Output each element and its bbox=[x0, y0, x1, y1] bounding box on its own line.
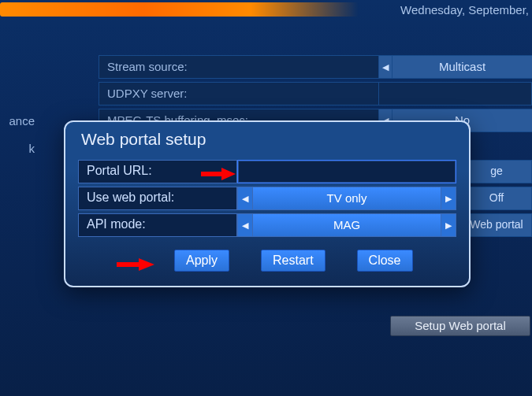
udpxy-input[interactable] bbox=[378, 82, 532, 105]
setting-value[interactable]: Web portal bbox=[461, 213, 532, 237]
header-date: Wednesday, September, bbox=[400, 3, 529, 17]
close-button[interactable]: Close bbox=[357, 250, 413, 272]
web-portal-setup-dialog: Web portal setup Portal URL: Use web por… bbox=[64, 120, 471, 287]
portal-url-input[interactable] bbox=[237, 160, 456, 183]
chevron-right-icon[interactable]: ▶ bbox=[441, 213, 456, 237]
portal-url-label: Portal URL: bbox=[78, 160, 237, 183]
setting-value[interactable]: Multicast bbox=[392, 55, 532, 79]
use-web-portal-value[interactable]: TV only bbox=[253, 187, 441, 210]
row-portal-url: Portal URL: bbox=[78, 160, 456, 183]
setup-web-portal-button[interactable]: Setup Web portal bbox=[390, 316, 530, 336]
bg-extra: ge Off Web portal bbox=[461, 160, 532, 240]
setting-udpxy-server: UDPXY server: bbox=[99, 82, 532, 105]
chevron-left-icon[interactable]: ◀ bbox=[378, 55, 392, 79]
sidebar-item[interactable]: k bbox=[0, 142, 39, 155]
apply-button[interactable]: Apply bbox=[174, 250, 229, 272]
orange-strip bbox=[0, 2, 359, 17]
use-web-portal-label: Use web portal: bbox=[78, 187, 237, 210]
setting-value[interactable]: ge bbox=[461, 160, 532, 183]
api-mode-label: API mode: bbox=[78, 213, 237, 237]
setting-label: Stream source: bbox=[99, 55, 378, 79]
api-mode-value[interactable]: MAG bbox=[253, 213, 441, 237]
chevron-left-icon[interactable]: ◀ bbox=[237, 187, 253, 210]
setting-value[interactable]: Off bbox=[461, 187, 532, 210]
top-bar: Wednesday, September, bbox=[0, 0, 532, 22]
row-use-web-portal: Use web portal: ◀ TV only ▶ bbox=[78, 187, 456, 210]
left-sidebar-fragment: ance k bbox=[0, 114, 39, 169]
setting-stream-source: Stream source: ◀ Multicast bbox=[99, 55, 532, 79]
row-api-mode: API mode: ◀ MAG ▶ bbox=[78, 213, 456, 237]
chevron-left-icon[interactable]: ◀ bbox=[237, 213, 253, 237]
setting-label: UDPXY server: bbox=[99, 82, 378, 105]
dialog-title: Web portal setup bbox=[81, 130, 456, 149]
restart-button[interactable]: Restart bbox=[261, 250, 326, 272]
dialog-button-row: Apply Restart Close bbox=[78, 250, 456, 272]
chevron-right-icon[interactable]: ▶ bbox=[441, 187, 456, 210]
sidebar-item[interactable]: ance bbox=[0, 114, 39, 128]
